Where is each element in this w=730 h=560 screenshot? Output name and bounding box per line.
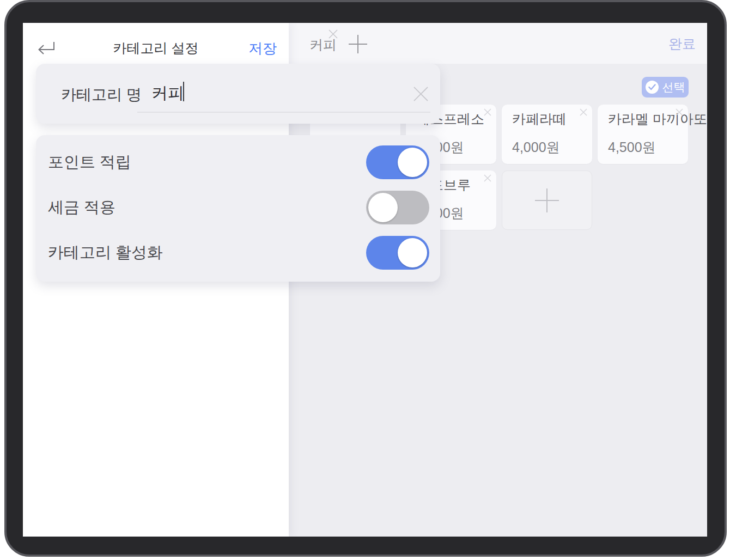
toggle-knob [398, 238, 427, 267]
category-options-card: 포인트 적립세금 적용카테고리 활성화 [36, 135, 440, 282]
menu-item-price: 4,500원 [608, 138, 656, 156]
done-button[interactable]: 완료 [668, 35, 696, 53]
toggle-knob [368, 193, 398, 222]
toggle-label: 포인트 적립 [48, 151, 131, 173]
remove-menu-item-icon[interactable] [483, 108, 492, 117]
text-cursor [183, 82, 184, 101]
select-button-label: 선택 [662, 80, 685, 95]
input-underline [137, 112, 430, 113]
category-name-card: 카테고리 명 커피 [36, 64, 440, 124]
category-name-label: 카테고리 명 [61, 84, 142, 105]
toggle-switch-on[interactable] [366, 145, 429, 179]
toggle-row-1: 세금 적용 [36, 191, 440, 224]
category-name-input[interactable]: 커피 [151, 82, 184, 105]
category-tab-bar: 커피 완료 [289, 23, 707, 64]
add-tab-button[interactable] [348, 34, 368, 54]
tablet-bezel: 커피 완료 [4, 0, 727, 557]
toggle-row-0: 포인트 적립 [36, 145, 440, 179]
toggle-switch-off[interactable] [366, 191, 429, 224]
app-screen: 커피 완료 [23, 23, 707, 537]
tab-close-icon[interactable] [327, 28, 339, 40]
clear-input-button[interactable] [411, 84, 430, 104]
menu-item-name: 카페라떼 [512, 110, 567, 128]
menu-item-card[interactable]: 카페라떼4,000원 [502, 105, 592, 164]
save-button[interactable]: 저장 [248, 39, 277, 58]
add-menu-card[interactable] [502, 171, 592, 230]
select-button[interactable]: 선택 [642, 77, 689, 98]
toggle-label: 세금 적용 [48, 197, 115, 218]
toggle-row-2: 카테고리 활성화 [36, 236, 440, 270]
check-circle-icon [646, 81, 659, 94]
remove-menu-item-icon[interactable] [579, 108, 588, 117]
toggle-knob [398, 148, 427, 177]
toggle-label: 카테고리 활성화 [48, 242, 163, 264]
menu-item-name: 카라멜 마끼아또 [608, 110, 707, 128]
menu-item-card[interactable]: 카라멜 마끼아또4,500원 [598, 105, 688, 164]
menu-item-price: 4,000원 [512, 138, 560, 156]
remove-menu-item-icon[interactable] [483, 174, 492, 182]
plus-icon [534, 187, 560, 214]
remove-menu-item-icon[interactable] [675, 108, 684, 117]
toggle-switch-on[interactable] [366, 236, 429, 270]
